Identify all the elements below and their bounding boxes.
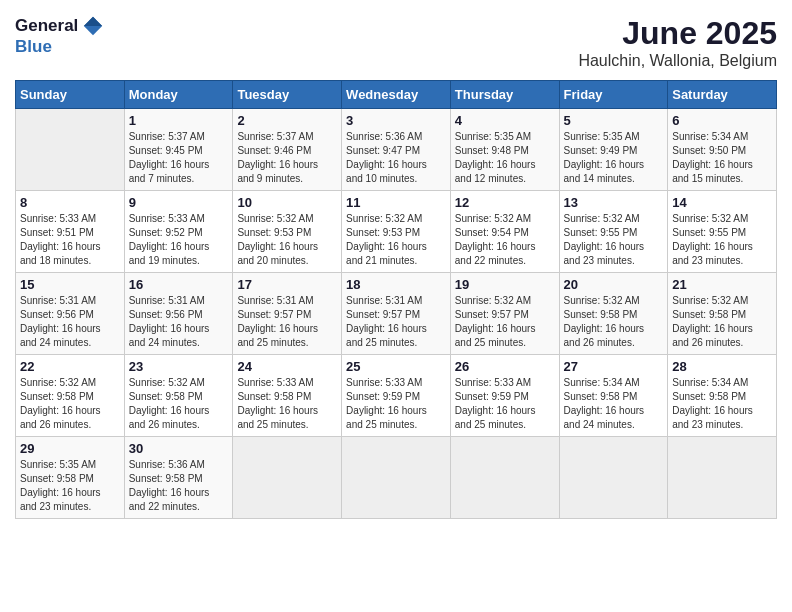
day-number: 12 (455, 195, 555, 210)
day-number: 30 (129, 441, 229, 456)
day-number: 14 (672, 195, 772, 210)
table-row (233, 437, 342, 519)
calendar-table: Sunday Monday Tuesday Wednesday Thursday… (15, 80, 777, 519)
day-info: Sunrise: 5:35 AM Sunset: 9:49 PM Dayligh… (564, 130, 664, 186)
day-number: 8 (20, 195, 120, 210)
table-row (559, 437, 668, 519)
day-info: Sunrise: 5:32 AM Sunset: 9:55 PM Dayligh… (672, 212, 772, 268)
table-row: 29 Sunrise: 5:35 AM Sunset: 9:58 PM Dayl… (16, 437, 125, 519)
day-info: Sunrise: 5:37 AM Sunset: 9:45 PM Dayligh… (129, 130, 229, 186)
table-row: 30 Sunrise: 5:36 AM Sunset: 9:58 PM Dayl… (124, 437, 233, 519)
header-wednesday: Wednesday (342, 81, 451, 109)
day-number: 2 (237, 113, 337, 128)
day-info: Sunrise: 5:31 AM Sunset: 9:57 PM Dayligh… (237, 294, 337, 350)
table-row: 26 Sunrise: 5:33 AM Sunset: 9:59 PM Dayl… (450, 355, 559, 437)
day-info: Sunrise: 5:36 AM Sunset: 9:58 PM Dayligh… (129, 458, 229, 514)
day-info: Sunrise: 5:33 AM Sunset: 9:51 PM Dayligh… (20, 212, 120, 268)
table-row: 2 Sunrise: 5:37 AM Sunset: 9:46 PM Dayli… (233, 109, 342, 191)
day-info: Sunrise: 5:31 AM Sunset: 9:56 PM Dayligh… (129, 294, 229, 350)
table-row (668, 437, 777, 519)
day-number: 13 (564, 195, 664, 210)
calendar-week-row: 8 Sunrise: 5:33 AM Sunset: 9:51 PM Dayli… (16, 191, 777, 273)
day-number: 10 (237, 195, 337, 210)
table-row: 3 Sunrise: 5:36 AM Sunset: 9:47 PM Dayli… (342, 109, 451, 191)
calendar-week-row: 29 Sunrise: 5:35 AM Sunset: 9:58 PM Dayl… (16, 437, 777, 519)
table-row: 17 Sunrise: 5:31 AM Sunset: 9:57 PM Dayl… (233, 273, 342, 355)
header: General Blue June 2025 Haulchin, Walloni… (15, 15, 777, 70)
table-row: 4 Sunrise: 5:35 AM Sunset: 9:48 PM Dayli… (450, 109, 559, 191)
day-number: 6 (672, 113, 772, 128)
day-info: Sunrise: 5:36 AM Sunset: 9:47 PM Dayligh… (346, 130, 446, 186)
day-info: Sunrise: 5:32 AM Sunset: 9:58 PM Dayligh… (20, 376, 120, 432)
table-row: 21 Sunrise: 5:32 AM Sunset: 9:58 PM Dayl… (668, 273, 777, 355)
table-row: 12 Sunrise: 5:32 AM Sunset: 9:54 PM Dayl… (450, 191, 559, 273)
logo: General Blue (15, 15, 104, 57)
day-info: Sunrise: 5:33 AM Sunset: 9:59 PM Dayligh… (455, 376, 555, 432)
day-number: 9 (129, 195, 229, 210)
table-row: 6 Sunrise: 5:34 AM Sunset: 9:50 PM Dayli… (668, 109, 777, 191)
day-info: Sunrise: 5:31 AM Sunset: 9:57 PM Dayligh… (346, 294, 446, 350)
table-row: 1 Sunrise: 5:37 AM Sunset: 9:45 PM Dayli… (124, 109, 233, 191)
day-number: 17 (237, 277, 337, 292)
table-row: 23 Sunrise: 5:32 AM Sunset: 9:58 PM Dayl… (124, 355, 233, 437)
table-row (450, 437, 559, 519)
day-info: Sunrise: 5:32 AM Sunset: 9:58 PM Dayligh… (672, 294, 772, 350)
page-container: General Blue June 2025 Haulchin, Walloni… (15, 15, 777, 519)
calendar-week-row: 22 Sunrise: 5:32 AM Sunset: 9:58 PM Dayl… (16, 355, 777, 437)
table-row: 14 Sunrise: 5:32 AM Sunset: 9:55 PM Dayl… (668, 191, 777, 273)
table-row: 13 Sunrise: 5:32 AM Sunset: 9:55 PM Dayl… (559, 191, 668, 273)
day-number: 16 (129, 277, 229, 292)
day-info: Sunrise: 5:35 AM Sunset: 9:58 PM Dayligh… (20, 458, 120, 514)
day-number: 29 (20, 441, 120, 456)
table-row: 24 Sunrise: 5:33 AM Sunset: 9:58 PM Dayl… (233, 355, 342, 437)
table-row: 20 Sunrise: 5:32 AM Sunset: 9:58 PM Dayl… (559, 273, 668, 355)
day-info: Sunrise: 5:32 AM Sunset: 9:58 PM Dayligh… (564, 294, 664, 350)
title-area: June 2025 Haulchin, Wallonia, Belgium (578, 15, 777, 70)
table-row: 25 Sunrise: 5:33 AM Sunset: 9:59 PM Dayl… (342, 355, 451, 437)
day-number: 4 (455, 113, 555, 128)
day-info: Sunrise: 5:33 AM Sunset: 9:58 PM Dayligh… (237, 376, 337, 432)
table-row: 22 Sunrise: 5:32 AM Sunset: 9:58 PM Dayl… (16, 355, 125, 437)
logo-general: General (15, 16, 78, 36)
logo-icon (82, 15, 104, 37)
header-friday: Friday (559, 81, 668, 109)
calendar-title: June 2025 (578, 15, 777, 52)
header-monday: Monday (124, 81, 233, 109)
day-info: Sunrise: 5:35 AM Sunset: 9:48 PM Dayligh… (455, 130, 555, 186)
header-tuesday: Tuesday (233, 81, 342, 109)
header-sunday: Sunday (16, 81, 125, 109)
table-row (342, 437, 451, 519)
day-info: Sunrise: 5:32 AM Sunset: 9:57 PM Dayligh… (455, 294, 555, 350)
calendar-subtitle: Haulchin, Wallonia, Belgium (578, 52, 777, 70)
day-info: Sunrise: 5:31 AM Sunset: 9:56 PM Dayligh… (20, 294, 120, 350)
weekday-header-row: Sunday Monday Tuesday Wednesday Thursday… (16, 81, 777, 109)
table-row: 5 Sunrise: 5:35 AM Sunset: 9:49 PM Dayli… (559, 109, 668, 191)
day-info: Sunrise: 5:32 AM Sunset: 9:53 PM Dayligh… (346, 212, 446, 268)
table-row: 27 Sunrise: 5:34 AM Sunset: 9:58 PM Dayl… (559, 355, 668, 437)
table-row: 8 Sunrise: 5:33 AM Sunset: 9:51 PM Dayli… (16, 191, 125, 273)
day-number: 15 (20, 277, 120, 292)
day-info: Sunrise: 5:34 AM Sunset: 9:58 PM Dayligh… (564, 376, 664, 432)
day-number: 1 (129, 113, 229, 128)
day-number: 20 (564, 277, 664, 292)
day-number: 24 (237, 359, 337, 374)
table-row: 11 Sunrise: 5:32 AM Sunset: 9:53 PM Dayl… (342, 191, 451, 273)
svg-marker-1 (84, 17, 102, 26)
table-row: 15 Sunrise: 5:31 AM Sunset: 9:56 PM Dayl… (16, 273, 125, 355)
day-info: Sunrise: 5:32 AM Sunset: 9:55 PM Dayligh… (564, 212, 664, 268)
day-number: 21 (672, 277, 772, 292)
table-row: 16 Sunrise: 5:31 AM Sunset: 9:56 PM Dayl… (124, 273, 233, 355)
day-info: Sunrise: 5:37 AM Sunset: 9:46 PM Dayligh… (237, 130, 337, 186)
day-info: Sunrise: 5:32 AM Sunset: 9:53 PM Dayligh… (237, 212, 337, 268)
day-info: Sunrise: 5:34 AM Sunset: 9:58 PM Dayligh… (672, 376, 772, 432)
day-number: 11 (346, 195, 446, 210)
table-row: 18 Sunrise: 5:31 AM Sunset: 9:57 PM Dayl… (342, 273, 451, 355)
day-number: 18 (346, 277, 446, 292)
logo-blue: Blue (15, 37, 52, 57)
table-row: 28 Sunrise: 5:34 AM Sunset: 9:58 PM Dayl… (668, 355, 777, 437)
day-number: 22 (20, 359, 120, 374)
day-number: 19 (455, 277, 555, 292)
calendar-week-row: 15 Sunrise: 5:31 AM Sunset: 9:56 PM Dayl… (16, 273, 777, 355)
day-number: 5 (564, 113, 664, 128)
day-info: Sunrise: 5:33 AM Sunset: 9:52 PM Dayligh… (129, 212, 229, 268)
